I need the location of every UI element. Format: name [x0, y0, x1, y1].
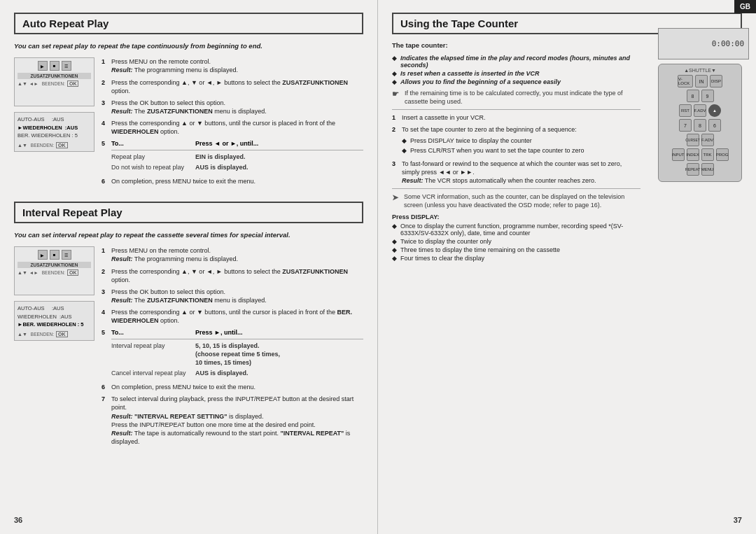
step-6: 6 On completion, press MENU twice to exi…: [102, 177, 363, 185]
instructions-auto-repeat: 1 Press MENU on the remote control. Resu…: [102, 57, 363, 189]
vcr-nav-2: ▲▼ BEENDEN:OK: [18, 142, 91, 148]
interval-step-6: 6 On completion, press MENU twice to exi…: [102, 383, 363, 391]
bullet-2: ◆ Is reset when a cassette is inserted i…: [392, 70, 640, 77]
section-auto-repeat: Auto Repeat Play You can set repeat play…: [14, 13, 363, 189]
vcr-icon-play: ▶: [38, 61, 48, 71]
right-page: GB Using the Tape Counter The tape count…: [378, 0, 756, 534]
remote-row-2: 8 9: [662, 90, 738, 102]
interval-step-1: 1 Press MENU on the remote control. Resu…: [102, 246, 363, 263]
tape-steps: 1 Insert a cassette in your VCR. 2 To se…: [392, 113, 640, 185]
vcr-nav-3: ▲▼ ◄► BEENDEN:OK: [18, 269, 91, 276]
content-interval: ▶ ■ ☰ ZUSATZFUNKTIONEN ▲▼ ◄► BEENDEN:OK …: [14, 246, 363, 449]
vcr-menu2-line-3: ►BER. WIEDERHOLEN : 5: [18, 321, 91, 328]
remote-btn-round: ▲: [708, 104, 721, 117]
remote-row-4: 7 8 6: [662, 119, 738, 132]
display-bullet-1: ◆ Once to display the current function, …: [392, 223, 640, 237]
vcr-menu2-line-2: WIEDERHOLEN :AUS: [18, 313, 91, 321]
content-auto-repeat: ▶ ■ ☰ ZUSATZFUNKTIONEN ▲▼ ◄► BEENDEN:OK: [14, 57, 363, 189]
vcr-menu-diagram-1: AUTO-AUS :AUS ►WIEDERHOLEN :AUS BER. WIE…: [14, 112, 94, 152]
interval-step-3: 3 Press the OK button to select this opt…: [102, 288, 363, 304]
vcr-display: 0:00:00: [658, 28, 749, 59]
note-2: ➤ Some VCR information, such as the coun…: [392, 192, 640, 209]
tape-step-1: 1 Insert a cassette in your VCR.: [392, 113, 640, 122]
remote-btn-index: INDEX: [687, 148, 699, 161]
remote-btn-6: 6: [708, 119, 721, 132]
vcr-menu-line-1: AUTO-AUS :AUS: [18, 115, 91, 123]
step-4: 4 Press the corresponding ▲ or ▼ buttons…: [102, 119, 363, 136]
bullet-3: ◆ Allows you to find the beginning of a …: [392, 78, 640, 85]
vcr-icon-stop: ■: [50, 61, 59, 71]
remote-btn-prog: PROG: [716, 148, 729, 161]
remote-row-1: V-LOCK IN DISP: [662, 75, 738, 87]
vcr-diagram-1: ▶ ■ ☰ ZUSATZFUNKTIONEN ▲▼ ◄► BEENDEN:OK: [14, 57, 94, 106]
vcr-nav-4: ▲▼ BEENDEN:OK: [18, 331, 91, 337]
remote-row-7: REPEAT MENU: [662, 163, 738, 176]
step-3: 3 Press the OK button to select this opt…: [102, 99, 363, 115]
page-number-left: 36: [14, 516, 22, 524]
tape-counter-label: The tape counter:: [392, 41, 640, 49]
remote-btn-input: IN: [695, 75, 708, 87]
intro-auto-repeat: You can set repeat play to repeat the ta…: [14, 41, 363, 50]
vcr-label-1: ZUSATZFUNKTIONEN: [18, 73, 91, 79]
remote-btn-rst: RST: [679, 104, 692, 117]
divider-1: [392, 109, 640, 110]
left-page: Auto Repeat Play You can set repeat play…: [0, 0, 378, 534]
remote-row-6: INPUT INDEX TRK PROG: [662, 148, 738, 161]
right-vcr-area: 0:00:00 ▲SHUTTLE▼ V-LOCK IN DISP: [658, 28, 749, 182]
instructions-interval: 1 Press MENU on the remote control. Resu…: [102, 246, 363, 449]
vcr-remote: ▲SHUTTLE▼ V-LOCK IN DISP 8: [658, 64, 742, 182]
remote-btn-7: 7: [679, 119, 692, 132]
vcr-icon-stop2: ■: [50, 250, 59, 260]
section-interval-repeat: Interval Repeat Play You can set interva…: [14, 202, 363, 449]
remote-btn-trk: TRK: [701, 148, 714, 161]
section-title-auto-repeat: Auto Repeat Play: [14, 13, 363, 34]
vcr-icon-menu: ☰: [62, 61, 71, 71]
vcr-diagram-2: ▶ ■ ☰ ZUSATZFUNKTIONEN ▲▼ ◄► BEENDEN:OK: [14, 246, 94, 295]
note-icon-2: ➤: [392, 192, 398, 203]
interval-step5-header: To... Press ►, until...: [111, 328, 363, 339]
vcr-nav-1: ▲▼ ◄► BEENDEN:OK: [18, 80, 91, 87]
remote-btn-input2: INPUT: [672, 148, 685, 161]
remote-label: ▲SHUTTLE▼: [662, 68, 738, 73]
interval-step-2: 2 Press the corresponding ▲, ▼ or ◄, ► b…: [102, 267, 363, 284]
remote-btn-8: 8: [687, 90, 699, 102]
interval-step-5: 5 To... Press ►, until... Interval repea…: [102, 328, 363, 379]
tape-step-2: 2 To set the tape counter to zero at the…: [392, 125, 640, 155]
step5-row-2: Do not wish to repeat play AUS is displa…: [111, 163, 363, 171]
page-number-right: 37: [734, 516, 742, 524]
section-title-interval: Interval Repeat Play: [14, 202, 363, 223]
remote-btn-menu: MENU: [701, 163, 714, 176]
note-1: ☛ If the remaining time is to be calcula…: [392, 89, 640, 106]
remote-btn-display: DISP: [710, 75, 722, 87]
vcr-icon-play2: ▶: [38, 250, 48, 260]
diagram-interval: ▶ ■ ☰ ZUSATZFUNKTIONEN ▲▼ ◄► BEENDEN:OK …: [14, 246, 94, 449]
step-5: 5 To... Press ◄ or ►, until... Repeat pl…: [102, 139, 363, 173]
note-icon: ☛: [392, 89, 399, 99]
remote-row-5: CURSET F.ADV: [662, 134, 738, 146]
remote-btn-fadv: F.ADV: [694, 104, 706, 117]
remote-btn-vlock: V-LOCK: [678, 75, 693, 87]
interval-step5-row-2: Cancel interval repeat play AUS is displ…: [111, 369, 363, 377]
remote-row-3: RST F.ADV ▲: [662, 104, 738, 117]
interval-step-4: 4 Press the corresponding ▲ or ▼ buttons…: [102, 308, 363, 325]
display-bullet-4: ◆ Four times to clear the display: [392, 255, 640, 262]
display-bullet-2: ◆ Twice to display the counter only: [392, 238, 640, 245]
step-1: 1 Press MENU on the remote control. Resu…: [102, 57, 363, 74]
remote-btn-8b: 8: [694, 119, 706, 132]
press-display-label: Press DISPLAY:: [392, 213, 640, 220]
bullet-1: ◆ Indicates the elapsed time in the play…: [392, 55, 640, 69]
steps-auto-repeat: 1 Press MENU on the remote control. Resu…: [102, 57, 363, 136]
divider-2: [392, 188, 640, 189]
remote-btn-9: 9: [701, 90, 714, 102]
vcr-menu-line-3: BER. WIEDERHOLEN : 5: [18, 132, 91, 139]
tape-step-3: 3 To fast-forward or rewind to the seque…: [392, 160, 640, 185]
interval-step5-row-1: Interval repeat play 5, 10, 15 is displa…: [111, 342, 363, 367]
remote-btn-fadv2: F.ADV: [701, 134, 714, 146]
diagram-auto-repeat: ▶ ■ ☰ ZUSATZFUNKTIONEN ▲▼ ◄► BEENDEN:OK: [14, 57, 94, 189]
vcr-menu-line-2: ►WIEDERHOLEN :AUS: [18, 124, 91, 132]
interval-step-7: 7 To select interval during playback, pr…: [102, 395, 363, 446]
remote-btn-curset: CURSET: [687, 134, 699, 146]
vcr-menu2-line-1: AUTO-AUS :AUS: [18, 304, 91, 312]
step-2: 2 Press the corresponding ▲, ▼ or ◄, ► b…: [102, 78, 363, 95]
vcr-menu-diagram-2: AUTO-AUS :AUS WIEDERHOLEN :AUS ►BER. WIE…: [14, 301, 94, 341]
